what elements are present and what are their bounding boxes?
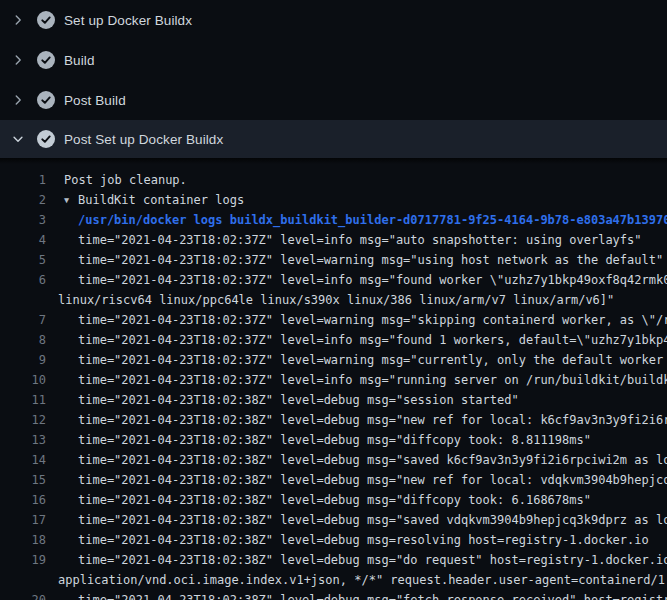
step-label: Post Set up Docker Buildx bbox=[64, 132, 223, 147]
log-text: linux/riscv64 linux/ppc64le linux/s390x … bbox=[46, 290, 667, 310]
log-row: 9time="2021-04-23T18:02:37Z" level=warni… bbox=[0, 350, 667, 370]
step-row-post-setup-docker-buildx[interactable]: Post Set up Docker Buildx bbox=[0, 120, 667, 158]
line-number[interactable]: 7 bbox=[0, 310, 46, 330]
step-row-build[interactable]: Build bbox=[0, 40, 667, 80]
log-row: 14time="2021-04-23T18:02:38Z" level=debu… bbox=[0, 450, 667, 470]
log-text: time="2021-04-23T18:02:37Z" level=info m… bbox=[46, 230, 667, 250]
log-group-title: BuildKit container logs bbox=[78, 193, 244, 207]
log-text: time="2021-04-23T18:02:38Z" level=debug … bbox=[46, 530, 667, 550]
line-number[interactable]: 6 bbox=[0, 270, 46, 290]
log-row: 18time="2021-04-23T18:02:38Z" level=debu… bbox=[0, 530, 667, 550]
chevron-right-icon bbox=[10, 12, 26, 28]
check-circle-icon bbox=[37, 51, 55, 69]
check-circle-icon bbox=[37, 11, 55, 29]
log-row: 2▼BuildKit container logs bbox=[0, 190, 667, 210]
check-circle-icon bbox=[37, 130, 55, 148]
line-number bbox=[0, 290, 46, 310]
log-lines: 1Post job cleanup.2▼BuildKit container l… bbox=[0, 164, 667, 600]
log-text: ▼BuildKit container logs bbox=[46, 190, 667, 210]
log-row: 7time="2021-04-23T18:02:37Z" level=warni… bbox=[0, 310, 667, 330]
log-command-text: /usr/bin/docker logs buildx_buildkit_bui… bbox=[46, 210, 667, 230]
log-row: 17time="2021-04-23T18:02:38Z" level=debu… bbox=[0, 510, 667, 530]
log-text: Post job cleanup. bbox=[46, 170, 667, 190]
line-number[interactable]: 20 bbox=[0, 590, 46, 600]
line-number[interactable]: 14 bbox=[0, 450, 46, 470]
line-number[interactable]: 12 bbox=[0, 410, 46, 430]
log-text: time="2021-04-23T18:02:37Z" level=info m… bbox=[46, 330, 667, 350]
line-number[interactable]: 3 bbox=[0, 210, 46, 230]
line-number[interactable]: 15 bbox=[0, 470, 46, 490]
log-row: 5time="2021-04-23T18:02:37Z" level=warni… bbox=[0, 250, 667, 270]
line-number[interactable]: 10 bbox=[0, 370, 46, 390]
log-text: time="2021-04-23T18:02:38Z" level=debug … bbox=[46, 550, 667, 570]
log-row: 13time="2021-04-23T18:02:38Z" level=debu… bbox=[0, 430, 667, 450]
log-row: 20time="2021-04-23T18:02:38Z" level=debu… bbox=[0, 590, 667, 600]
step-label: Set up Docker Buildx bbox=[64, 13, 192, 28]
line-number bbox=[0, 570, 46, 590]
log-row: linux/riscv64 linux/ppc64le linux/s390x … bbox=[0, 290, 667, 310]
log-row: 6time="2021-04-23T18:02:37Z" level=info … bbox=[0, 270, 667, 290]
log-row: 10time="2021-04-23T18:02:37Z" level=info… bbox=[0, 370, 667, 390]
log-text: time="2021-04-23T18:02:38Z" level=debug … bbox=[46, 450, 667, 470]
log-text: time="2021-04-23T18:02:37Z" level=warnin… bbox=[46, 250, 667, 270]
log-row: 19time="2021-04-23T18:02:38Z" level=debu… bbox=[0, 550, 667, 570]
log-text: time="2021-04-23T18:02:38Z" level=debug … bbox=[46, 390, 667, 410]
step-row-post-build[interactable]: Post Build bbox=[0, 80, 667, 120]
line-number[interactable]: 9 bbox=[0, 350, 46, 370]
log-text: time="2021-04-23T18:02:38Z" level=debug … bbox=[46, 510, 667, 530]
log-text: time="2021-04-23T18:02:37Z" level=warnin… bbox=[46, 310, 667, 330]
log-row: 1Post job cleanup. bbox=[0, 170, 667, 190]
log-text: application/vnd.oci.image.index.v1+json,… bbox=[46, 570, 667, 590]
log-text: time="2021-04-23T18:02:37Z" level=warnin… bbox=[46, 350, 667, 370]
log-row: 4time="2021-04-23T18:02:37Z" level=info … bbox=[0, 230, 667, 250]
line-number[interactable]: 2 bbox=[0, 190, 46, 210]
log-text: time="2021-04-23T18:02:38Z" level=debug … bbox=[46, 490, 667, 510]
log-text: time="2021-04-23T18:02:38Z" level=debug … bbox=[46, 410, 667, 430]
log-row: 11time="2021-04-23T18:02:38Z" level=debu… bbox=[0, 390, 667, 410]
log-text: time="2021-04-23T18:02:37Z" level=info m… bbox=[46, 270, 667, 290]
log-row: 16time="2021-04-23T18:02:38Z" level=debu… bbox=[0, 490, 667, 510]
log-row: 3/usr/bin/docker logs buildx_buildkit_bu… bbox=[0, 210, 667, 230]
collapse-triangle-icon[interactable]: ▼ bbox=[64, 190, 78, 210]
line-number[interactable]: 19 bbox=[0, 550, 46, 570]
line-number[interactable]: 13 bbox=[0, 430, 46, 450]
line-number[interactable]: 16 bbox=[0, 490, 46, 510]
log-row: 12time="2021-04-23T18:02:38Z" level=debu… bbox=[0, 410, 667, 430]
log-text: time="2021-04-23T18:02:38Z" level=debug … bbox=[46, 590, 667, 600]
step-list: Set up Docker Buildx Build Post Build Po… bbox=[0, 0, 667, 600]
log-text: time="2021-04-23T18:02:38Z" level=debug … bbox=[46, 430, 667, 450]
log-text: time="2021-04-23T18:02:38Z" level=debug … bbox=[46, 470, 667, 490]
line-number[interactable]: 1 bbox=[0, 170, 46, 190]
log-row: application/vnd.oci.image.index.v1+json,… bbox=[0, 570, 667, 590]
line-number[interactable]: 5 bbox=[0, 250, 46, 270]
line-number[interactable]: 18 bbox=[0, 530, 46, 550]
chevron-down-icon bbox=[10, 131, 26, 147]
chevron-right-icon bbox=[10, 92, 26, 108]
check-circle-icon bbox=[37, 91, 55, 109]
line-number[interactable]: 11 bbox=[0, 390, 46, 410]
step-row-setup-docker-buildx[interactable]: Set up Docker Buildx bbox=[0, 0, 667, 40]
step-label: Build bbox=[64, 53, 95, 68]
line-number[interactable]: 4 bbox=[0, 230, 46, 250]
log-text: time="2021-04-23T18:02:37Z" level=info m… bbox=[46, 370, 667, 390]
line-number[interactable]: 8 bbox=[0, 330, 46, 350]
chevron-right-icon bbox=[10, 52, 26, 68]
log-row: 8time="2021-04-23T18:02:37Z" level=info … bbox=[0, 330, 667, 350]
step-label: Post Build bbox=[64, 93, 126, 108]
line-number[interactable]: 17 bbox=[0, 510, 46, 530]
log-row: 15time="2021-04-23T18:02:38Z" level=debu… bbox=[0, 470, 667, 490]
